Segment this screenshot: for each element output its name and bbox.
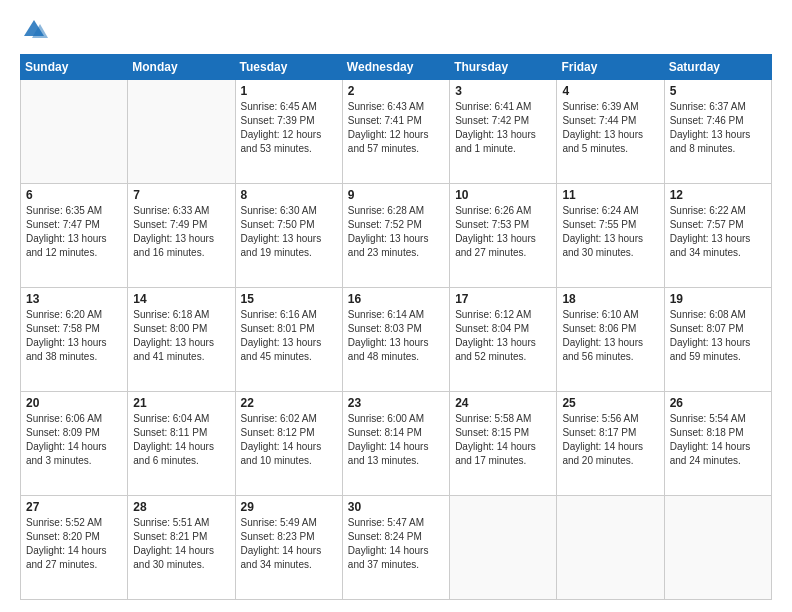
calendar-week-2: 13Sunrise: 6:20 AM Sunset: 7:58 PM Dayli… xyxy=(21,288,772,392)
logo-icon xyxy=(20,16,48,44)
header xyxy=(20,16,772,44)
weekday-header-wednesday: Wednesday xyxy=(342,55,449,80)
day-info: Sunrise: 6:43 AM Sunset: 7:41 PM Dayligh… xyxy=(348,100,444,156)
day-info: Sunrise: 6:20 AM Sunset: 7:58 PM Dayligh… xyxy=(26,308,122,364)
day-number: 19 xyxy=(670,292,766,306)
day-info: Sunrise: 6:08 AM Sunset: 8:07 PM Dayligh… xyxy=(670,308,766,364)
day-info: Sunrise: 6:28 AM Sunset: 7:52 PM Dayligh… xyxy=(348,204,444,260)
day-info: Sunrise: 6:45 AM Sunset: 7:39 PM Dayligh… xyxy=(241,100,337,156)
calendar-cell xyxy=(21,80,128,184)
calendar-cell: 25Sunrise: 5:56 AM Sunset: 8:17 PM Dayli… xyxy=(557,392,664,496)
calendar-cell: 18Sunrise: 6:10 AM Sunset: 8:06 PM Dayli… xyxy=(557,288,664,392)
day-info: Sunrise: 6:14 AM Sunset: 8:03 PM Dayligh… xyxy=(348,308,444,364)
calendar-cell: 15Sunrise: 6:16 AM Sunset: 8:01 PM Dayli… xyxy=(235,288,342,392)
calendar-week-3: 20Sunrise: 6:06 AM Sunset: 8:09 PM Dayli… xyxy=(21,392,772,496)
day-info: Sunrise: 6:35 AM Sunset: 7:47 PM Dayligh… xyxy=(26,204,122,260)
calendar-cell: 24Sunrise: 5:58 AM Sunset: 8:15 PM Dayli… xyxy=(450,392,557,496)
day-info: Sunrise: 6:02 AM Sunset: 8:12 PM Dayligh… xyxy=(241,412,337,468)
day-number: 24 xyxy=(455,396,551,410)
calendar-cell: 26Sunrise: 5:54 AM Sunset: 8:18 PM Dayli… xyxy=(664,392,771,496)
calendar-cell: 22Sunrise: 6:02 AM Sunset: 8:12 PM Dayli… xyxy=(235,392,342,496)
day-number: 9 xyxy=(348,188,444,202)
day-number: 6 xyxy=(26,188,122,202)
calendar-cell: 1Sunrise: 6:45 AM Sunset: 7:39 PM Daylig… xyxy=(235,80,342,184)
calendar-cell xyxy=(557,496,664,600)
day-info: Sunrise: 6:22 AM Sunset: 7:57 PM Dayligh… xyxy=(670,204,766,260)
calendar-cell: 30Sunrise: 5:47 AM Sunset: 8:24 PM Dayli… xyxy=(342,496,449,600)
day-number: 16 xyxy=(348,292,444,306)
calendar-cell: 12Sunrise: 6:22 AM Sunset: 7:57 PM Dayli… xyxy=(664,184,771,288)
calendar-cell: 23Sunrise: 6:00 AM Sunset: 8:14 PM Dayli… xyxy=(342,392,449,496)
weekday-header-friday: Friday xyxy=(557,55,664,80)
weekday-header-sunday: Sunday xyxy=(21,55,128,80)
day-number: 1 xyxy=(241,84,337,98)
calendar-cell: 5Sunrise: 6:37 AM Sunset: 7:46 PM Daylig… xyxy=(664,80,771,184)
page: SundayMondayTuesdayWednesdayThursdayFrid… xyxy=(0,0,792,612)
calendar-cell: 19Sunrise: 6:08 AM Sunset: 8:07 PM Dayli… xyxy=(664,288,771,392)
logo xyxy=(20,16,52,44)
day-info: Sunrise: 6:12 AM Sunset: 8:04 PM Dayligh… xyxy=(455,308,551,364)
day-info: Sunrise: 6:18 AM Sunset: 8:00 PM Dayligh… xyxy=(133,308,229,364)
day-number: 10 xyxy=(455,188,551,202)
calendar-cell: 6Sunrise: 6:35 AM Sunset: 7:47 PM Daylig… xyxy=(21,184,128,288)
calendar-cell: 13Sunrise: 6:20 AM Sunset: 7:58 PM Dayli… xyxy=(21,288,128,392)
calendar-week-0: 1Sunrise: 6:45 AM Sunset: 7:39 PM Daylig… xyxy=(21,80,772,184)
day-info: Sunrise: 5:51 AM Sunset: 8:21 PM Dayligh… xyxy=(133,516,229,572)
day-number: 21 xyxy=(133,396,229,410)
day-info: Sunrise: 5:47 AM Sunset: 8:24 PM Dayligh… xyxy=(348,516,444,572)
weekday-header-tuesday: Tuesday xyxy=(235,55,342,80)
day-number: 22 xyxy=(241,396,337,410)
day-number: 18 xyxy=(562,292,658,306)
day-info: Sunrise: 6:33 AM Sunset: 7:49 PM Dayligh… xyxy=(133,204,229,260)
day-info: Sunrise: 5:54 AM Sunset: 8:18 PM Dayligh… xyxy=(670,412,766,468)
weekday-header-monday: Monday xyxy=(128,55,235,80)
calendar-cell: 14Sunrise: 6:18 AM Sunset: 8:00 PM Dayli… xyxy=(128,288,235,392)
day-number: 13 xyxy=(26,292,122,306)
day-number: 3 xyxy=(455,84,551,98)
day-info: Sunrise: 5:52 AM Sunset: 8:20 PM Dayligh… xyxy=(26,516,122,572)
calendar-week-4: 27Sunrise: 5:52 AM Sunset: 8:20 PM Dayli… xyxy=(21,496,772,600)
day-number: 5 xyxy=(670,84,766,98)
calendar-week-1: 6Sunrise: 6:35 AM Sunset: 7:47 PM Daylig… xyxy=(21,184,772,288)
calendar-cell: 20Sunrise: 6:06 AM Sunset: 8:09 PM Dayli… xyxy=(21,392,128,496)
day-number: 23 xyxy=(348,396,444,410)
header-row: SundayMondayTuesdayWednesdayThursdayFrid… xyxy=(21,55,772,80)
day-info: Sunrise: 5:49 AM Sunset: 8:23 PM Dayligh… xyxy=(241,516,337,572)
day-number: 8 xyxy=(241,188,337,202)
calendar-cell: 16Sunrise: 6:14 AM Sunset: 8:03 PM Dayli… xyxy=(342,288,449,392)
calendar-cell xyxy=(128,80,235,184)
calendar-cell: 11Sunrise: 6:24 AM Sunset: 7:55 PM Dayli… xyxy=(557,184,664,288)
calendar-cell: 27Sunrise: 5:52 AM Sunset: 8:20 PM Dayli… xyxy=(21,496,128,600)
day-number: 14 xyxy=(133,292,229,306)
calendar-cell: 2Sunrise: 6:43 AM Sunset: 7:41 PM Daylig… xyxy=(342,80,449,184)
day-number: 2 xyxy=(348,84,444,98)
day-info: Sunrise: 6:41 AM Sunset: 7:42 PM Dayligh… xyxy=(455,100,551,156)
day-number: 27 xyxy=(26,500,122,514)
calendar-cell: 28Sunrise: 5:51 AM Sunset: 8:21 PM Dayli… xyxy=(128,496,235,600)
weekday-header-saturday: Saturday xyxy=(664,55,771,80)
day-number: 7 xyxy=(133,188,229,202)
calendar-cell: 21Sunrise: 6:04 AM Sunset: 8:11 PM Dayli… xyxy=(128,392,235,496)
day-info: Sunrise: 6:16 AM Sunset: 8:01 PM Dayligh… xyxy=(241,308,337,364)
calendar-cell xyxy=(664,496,771,600)
weekday-header-thursday: Thursday xyxy=(450,55,557,80)
calendar-cell: 3Sunrise: 6:41 AM Sunset: 7:42 PM Daylig… xyxy=(450,80,557,184)
calendar-body: 1Sunrise: 6:45 AM Sunset: 7:39 PM Daylig… xyxy=(21,80,772,600)
day-number: 11 xyxy=(562,188,658,202)
day-info: Sunrise: 6:10 AM Sunset: 8:06 PM Dayligh… xyxy=(562,308,658,364)
day-info: Sunrise: 6:24 AM Sunset: 7:55 PM Dayligh… xyxy=(562,204,658,260)
day-info: Sunrise: 6:00 AM Sunset: 8:14 PM Dayligh… xyxy=(348,412,444,468)
day-info: Sunrise: 5:56 AM Sunset: 8:17 PM Dayligh… xyxy=(562,412,658,468)
day-number: 12 xyxy=(670,188,766,202)
calendar-cell: 4Sunrise: 6:39 AM Sunset: 7:44 PM Daylig… xyxy=(557,80,664,184)
calendar-cell: 29Sunrise: 5:49 AM Sunset: 8:23 PM Dayli… xyxy=(235,496,342,600)
day-info: Sunrise: 5:58 AM Sunset: 8:15 PM Dayligh… xyxy=(455,412,551,468)
day-number: 4 xyxy=(562,84,658,98)
calendar-cell: 7Sunrise: 6:33 AM Sunset: 7:49 PM Daylig… xyxy=(128,184,235,288)
day-info: Sunrise: 6:30 AM Sunset: 7:50 PM Dayligh… xyxy=(241,204,337,260)
day-number: 30 xyxy=(348,500,444,514)
day-number: 28 xyxy=(133,500,229,514)
calendar-cell: 9Sunrise: 6:28 AM Sunset: 7:52 PM Daylig… xyxy=(342,184,449,288)
day-info: Sunrise: 6:26 AM Sunset: 7:53 PM Dayligh… xyxy=(455,204,551,260)
day-number: 20 xyxy=(26,396,122,410)
